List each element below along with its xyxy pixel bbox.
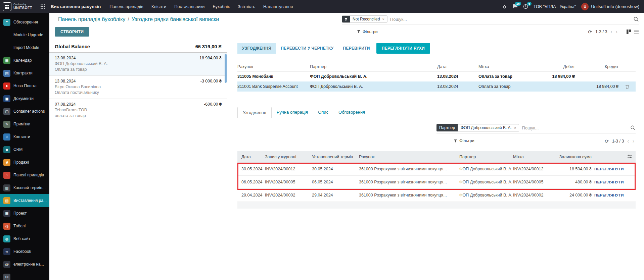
statement-line[interactable]: 13.08.2024 18 984,00 ₴ ФОП Добровольськи… [49,53,227,76]
module-upgrade-icon [3,32,10,39]
col-account[interactable]: Рахунок [359,151,459,163]
sidebar-item-electronic[interactable]: @електронне на... [0,258,49,271]
pager-next-icon[interactable]: › [633,138,634,144]
remove-facet-icon[interactable]: × [514,126,516,130]
sidebar-item-container-actions[interactable]: ▢Container actions [0,105,49,118]
pager-previous-icon[interactable]: ‹ [627,138,629,144]
refresh-icon[interactable]: ⟳ [588,29,592,35]
tab-discuss[interactable]: Обговорення [333,107,370,118]
current-app-name[interactable]: Виставлення рахунків [49,4,106,9]
cell-partner: ФОП Добровольський В. А. [459,189,513,202]
validate-button[interactable]: УЗГОДЖЕННЯ [237,43,276,54]
col-due-date[interactable]: Установлений термін [312,151,359,163]
view-move-link[interactable]: ПЕРЕГЛЯНУТИ [594,193,624,197]
col-partner[interactable]: Партнер [459,151,513,163]
move-line-row[interactable]: 30.05.2024 INV/2024/00012 30.05.2024 361… [237,163,636,176]
user-avatar: U [581,3,589,10]
filters-dropdown[interactable]: Фільтри [357,30,378,34]
statement-line[interactable]: 07.08.2024 -600,00 ₴ TehnoDrons ТОВ опла… [49,99,227,122]
move-line-row[interactable]: 06.05.2024 INV/2024/00005 06.05.2024 361… [237,176,636,189]
menu-accounting[interactable]: Бухоблік [209,0,234,13]
moves-table: Дата Запис у журналі Установлений термін… [237,151,636,202]
sidebar-item-facebook[interactable]: ∞Facebook [0,245,49,258]
create-button[interactable]: СТВОРИТИ [55,27,89,37]
table-footer-strip [237,202,636,209]
view-move-link[interactable]: ПЕРЕГЛЯНУТИ [594,180,624,184]
messages-icon[interactable]: 16 [512,4,518,9]
cell-date: 30.05.2024 [237,163,265,176]
company-switcher[interactable]: ТОВ "БПЛА - Україна" [534,4,576,9]
cell-date: 13.08.2024 [437,81,478,92]
check-button[interactable]: ПЕРЕВІРИТИ [338,43,374,54]
delete-line-icon[interactable] [625,85,629,89]
sidebar-item-module-upgrade[interactable]: Module Upgrade [0,29,49,41]
menu-settings[interactable]: Налаштування [259,0,297,13]
activities-clock-icon[interactable]: 6 [523,4,528,9]
sidebar-item-invoicing[interactable]: ▧Виставлення ра... [0,194,49,207]
sidebar-item-partial[interactable]: ✉ [0,271,49,280]
activities-count-badge: 6 [527,2,532,6]
remove-facet-icon[interactable]: × [382,17,384,21]
sidebar-item-project[interactable]: ▦Проект [0,207,49,220]
sidebar-item-contracts[interactable]: ▤Контракти [0,67,49,79]
statement-line[interactable]: 13.08.2024 -3 000,00 ₴ Бігун Оксана Васи… [49,76,227,99]
sidebar-item-sales[interactable]: ₴Продажі [0,156,49,169]
reconciliation-panel: УЗГОДЖЕННЯ ПЕРЕВЕСТИ У ЧЕРНЕТКУ ПЕРЕВІРИ… [227,38,644,280]
sidebar-item-contacts[interactable]: ☺Контакти [0,130,49,143]
sidebar-item-notes[interactable]: ✎Примітки [0,118,49,130]
sidebar-item-website[interactable]: ◍Веб-сайт [0,232,49,245]
cell-credit: 18 984,00 ₴ [577,81,620,92]
sidebar-item-import-module[interactable]: Import Module [0,41,49,54]
sidebar-item-label: Контакти [13,134,30,139]
list-view-icon[interactable] [634,29,639,34]
tab-reconcile[interactable]: Узгодження [237,107,272,118]
menu-dashboard[interactable]: Панель приладів [105,0,147,13]
search-input[interactable] [390,17,631,22]
view-moves-button[interactable]: ПЕРЕГЛЯНУТИ РУХИ [376,43,430,54]
sidebar-item-documents[interactable]: ▣Документи [0,92,49,105]
col-label[interactable]: Мітка [513,151,555,163]
pager-next-icon[interactable]: › [616,29,617,35]
cell-due: 06.05.2024 [312,176,359,189]
topbar: Custom by UNITSOFT Виставлення рахунків … [0,0,644,13]
sidebar-item-dashboards[interactable]: ◔Панелі приладів [0,169,49,181]
sidebar-item-timesheets[interactable]: ◷Табелі [0,220,49,232]
sidebar-item-label: Проект [13,211,27,216]
entry-row-suspense[interactable]: 311001 Bank Suspense Account ФОП Доброво… [237,81,636,92]
breadcrumb-dashboard-link[interactable]: Панель приладів бухобліку [58,16,125,22]
sidebar-item-crm[interactable]: ◆CRM [0,143,49,156]
col-residual[interactable]: Залишкова сума [555,151,594,163]
optional-columns-icon[interactable] [628,154,632,158]
sidebar-item-calendar[interactable]: ▦Календар [0,54,49,67]
logo-brand: UNITSOFT [13,6,32,10]
to-draft-button[interactable]: ПЕРЕВЕСТИ У ЧЕРНЕТКУ [276,43,338,54]
sidebar-item-discuss[interactable]: ❝Обговорення [0,16,49,29]
debug-icon[interactable] [502,4,507,9]
sidebar-item-nova-poshta[interactable]: ➤Нова Пошта [0,79,49,92]
pager-previous-icon[interactable]: ‹ [610,29,612,35]
move-line-row[interactable]: 29.04.2024 INV/2024/00002 29.04.2024 361… [237,189,636,202]
menu-vendors[interactable]: Постачальники [170,0,209,13]
search-magnifier-icon[interactable] [633,16,639,22]
filters-label: Фільтри [363,30,378,34]
col-date[interactable]: Дата [237,151,265,163]
refresh-icon[interactable]: ⟳ [605,138,609,144]
tab-note[interactable]: Опис [313,107,333,118]
scrollbar-thumb[interactable] [225,54,227,83]
sidebar-item-label: Табелі [13,224,26,228]
pager-range: 1-3 / 3 [595,30,607,34]
moves-search-input[interactable] [522,125,628,130]
entry-row[interactable]: 311005 Монобанк ФОП Добровольський В. А.… [237,71,636,82]
tab-manual-operation[interactable]: Ручна операція [272,107,313,118]
kanban-view-icon[interactable] [626,29,631,34]
col-journal-entry[interactable]: Запис у журналі [265,151,312,163]
sidebar-item-pos[interactable]: ▥Касовий термін... [0,181,49,194]
cell-residual: 18 504,00 ₴ [555,163,594,176]
apps-menu-icon[interactable] [37,0,49,13]
menu-reporting[interactable]: Звітність [234,0,259,13]
view-move-link[interactable]: ПЕРЕГЛЯНУТИ [594,167,624,171]
search-magnifier-icon[interactable] [630,125,636,130]
moves-filters-dropdown[interactable]: Фільтри [454,138,474,143]
user-menu[interactable]: U Unitsoft info (demoshow) [581,3,639,10]
menu-customers[interactable]: Клієнти [147,0,170,13]
